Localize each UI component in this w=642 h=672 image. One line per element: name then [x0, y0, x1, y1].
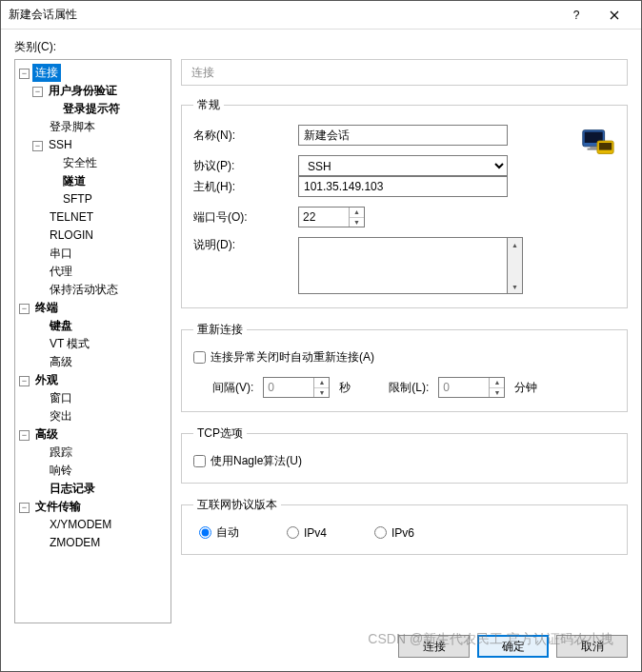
ip-auto-label: 自动 — [216, 524, 239, 541]
spin-down-icon[interactable]: ▼ — [350, 218, 364, 227]
titlebar: 新建会话属性 ? — [1, 1, 641, 30]
tree-xymodem[interactable]: X/YMODEM — [47, 516, 114, 534]
nagle-label: 使用Nagle算法(U) — [211, 453, 302, 469]
tree-advanced[interactable]: 高级 — [32, 425, 61, 444]
auto-reconnect-checkbox[interactable] — [193, 351, 206, 364]
svg-rect-2 — [590, 147, 597, 148]
tree-toggle[interactable]: − — [32, 87, 43, 97]
tree-toggle[interactable]: − — [19, 69, 30, 79]
tree-filetransfer[interactable]: 文件传输 — [32, 498, 84, 516]
tree-tunnel[interactable]: 隧道 — [60, 172, 89, 190]
interval-input — [264, 378, 313, 397]
host-label: 主机(H): — [193, 179, 298, 195]
tree-sftp[interactable]: SFTP — [60, 190, 95, 208]
window-title: 新建会话属性 — [9, 7, 557, 23]
name-label: 名称(N): — [193, 128, 298, 144]
scroll-up-icon[interactable]: ▲ — [508, 238, 522, 251]
desc-textarea[interactable] — [298, 237, 508, 294]
dialog-window: 新建会话属性 ? 类别(C): −连接 −用户身份验证 登录提示符 登录脚本 — [0, 0, 642, 672]
tree-vt[interactable]: VT 模式 — [47, 335, 92, 353]
ipv6-label: IPv6 — [391, 526, 414, 540]
tree-serial[interactable]: 串口 — [47, 245, 75, 263]
tree-trace[interactable]: 跟踪 — [47, 444, 75, 462]
tree-appearance[interactable]: 外观 — [32, 371, 61, 389]
scroll-down-icon[interactable]: ▼ — [508, 280, 522, 293]
ipv4-radio[interactable] — [287, 526, 299, 539]
protocol-select[interactable]: SSH — [298, 155, 508, 176]
limit-spinner: ▲▼ — [438, 377, 505, 398]
limit-unit: 分钟 — [514, 380, 537, 396]
reconnect-legend: 重新连接 — [193, 322, 247, 338]
tree-logging[interactable]: 日志记录 — [47, 480, 98, 498]
spin-up-icon[interactable]: ▲ — [350, 208, 364, 218]
svg-rect-5 — [599, 143, 612, 150]
tree-terminal[interactable]: 终端 — [32, 299, 61, 317]
tree-toggle[interactable]: − — [19, 376, 30, 386]
tree-ssh[interactable]: SSH — [46, 136, 75, 154]
spin-up-icon: ▲ — [490, 378, 504, 388]
tree-login-script[interactable]: 登录脚本 — [47, 118, 98, 136]
tree-auth[interactable]: 用户身份验证 — [46, 82, 120, 100]
name-input[interactable] — [298, 125, 508, 146]
auto-reconnect-label: 连接异常关闭时自动重新连接(A) — [211, 349, 374, 366]
dialog-body: 类别(C): −连接 −用户身份验证 登录提示符 登录脚本 −SSH — [1, 30, 641, 671]
cancel-button[interactable]: 取消 — [556, 635, 628, 658]
tree-telnet[interactable]: TELNET — [47, 208, 96, 227]
spin-down-icon: ▼ — [314, 388, 329, 398]
tree-zmodem[interactable]: ZMODEM — [47, 534, 103, 552]
close-icon — [610, 10, 619, 20]
tree-toggle[interactable]: − — [32, 141, 43, 151]
reconnect-group: 重新连接 连接异常关闭时自动重新连接(A) 间隔(V): ▲▼ 秒 限制(L — [181, 322, 628, 412]
tree-toggle[interactable]: − — [19, 430, 30, 441]
main-area: −连接 −用户身份验证 登录提示符 登录脚本 −SSH 安全性 隧道 — [14, 59, 628, 623]
spin-down-icon: ▼ — [490, 388, 504, 398]
port-label: 端口号(O): — [193, 209, 298, 226]
interval-spinner: ▲▼ — [263, 377, 330, 398]
category-tree[interactable]: −连接 −用户身份验证 登录提示符 登录脚本 −SSH 安全性 隧道 — [14, 59, 171, 623]
tree-bell[interactable]: 响铃 — [47, 462, 75, 480]
tree-highlight[interactable]: 突出 — [47, 407, 75, 425]
tree-proxy[interactable]: 代理 — [47, 263, 75, 281]
interval-unit: 秒 — [339, 380, 351, 396]
tree-window[interactable]: 窗口 — [47, 389, 75, 407]
help-button[interactable]: ? — [557, 2, 595, 29]
tcp-group: TCP选项 使用Nagle算法(U) — [181, 425, 628, 484]
ip-auto-radio[interactable] — [199, 526, 211, 539]
tree-rlogin[interactable]: RLOGIN — [47, 227, 96, 245]
tree-toggle[interactable]: − — [19, 503, 30, 513]
nagle-checkbox[interactable] — [193, 455, 206, 467]
terminal-icon — [579, 125, 615, 161]
tree-advanced-terminal[interactable]: 高级 — [47, 353, 75, 371]
textarea-scrollbar[interactable]: ▲ ▼ — [508, 237, 523, 294]
tree-login-prompt[interactable]: 登录提示符 — [60, 100, 123, 118]
connect-button[interactable]: 连接 — [398, 635, 470, 658]
ipv4-label: IPv4 — [304, 526, 327, 540]
limit-input — [439, 378, 489, 397]
close-button[interactable] — [595, 2, 633, 29]
general-group: 常规 名称(N): 协议(P): SSH — [181, 97, 628, 308]
ipversion-legend: 互联网协议版本 — [193, 497, 281, 513]
category-label: 类别(C): — [14, 39, 628, 55]
interval-label: 间隔(V): — [212, 380, 253, 396]
ipversion-group: 互联网协议版本 自动 IPv4 IPv6 — [181, 497, 628, 555]
host-input[interactable] — [298, 176, 508, 197]
desc-label: 说明(D): — [193, 237, 298, 253]
tree-keepalive[interactable]: 保持活动状态 — [47, 281, 121, 299]
tree-security[interactable]: 安全性 — [60, 154, 100, 172]
ipv6-radio[interactable] — [374, 526, 387, 539]
protocol-label: 协议(P): — [193, 158, 298, 174]
port-spinner[interactable]: ▲▼ — [298, 207, 365, 227]
settings-pane: 连接 常规 名称(N): 协议(P): SSH — [181, 59, 628, 623]
limit-label: 限制(L): — [389, 380, 429, 396]
port-input[interactable] — [299, 208, 349, 227]
tree-connection[interactable]: 连接 — [32, 64, 61, 82]
button-bar: 连接 确定 取消 — [14, 623, 628, 671]
spin-up-icon: ▲ — [314, 378, 329, 388]
pane-header: 连接 — [181, 59, 628, 86]
ok-button[interactable]: 确定 — [477, 635, 549, 658]
general-legend: 常规 — [193, 97, 224, 113]
tcp-legend: TCP选项 — [193, 425, 247, 442]
tree-keyboard[interactable]: 键盘 — [47, 317, 75, 335]
tree-toggle[interactable]: − — [19, 304, 30, 314]
